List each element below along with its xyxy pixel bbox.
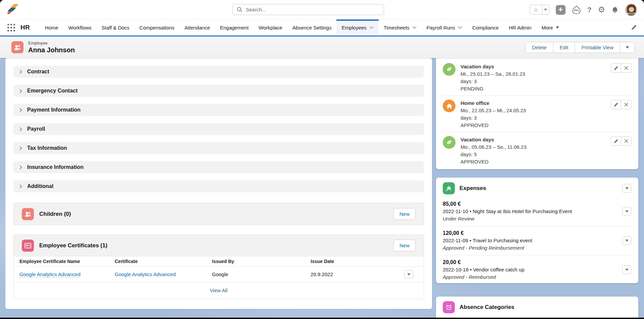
table-row: Google Analytics Advanced Google Analyti…	[14, 267, 424, 282]
tab-home[interactable]: Home	[40, 19, 63, 36]
record-detail-panel: Contract Emergency Contact Payment Infor…	[5, 58, 432, 309]
column-header[interactable]: Certificate	[115, 259, 212, 264]
tab-workplace[interactable]: Workplace	[254, 19, 287, 36]
edit-pencil-icon[interactable]	[611, 63, 621, 73]
absence-range: Mo., 22.05.23 – Mi., 24.05.23	[461, 107, 526, 114]
expense-row-caret-button[interactable]	[622, 207, 632, 216]
absence-entry: Vacation days Mo., 05.06.23 – So., 11.06…	[443, 132, 632, 169]
absence-days: days: 3	[461, 114, 526, 122]
help-icon[interactable]: ?	[587, 6, 592, 14]
alarm-clock-icon	[443, 301, 455, 313]
tab-engagement[interactable]: Engagement	[215, 19, 254, 36]
notifications-bell-icon[interactable]	[611, 6, 619, 13]
absence-status: APPROVED	[461, 122, 526, 129]
column-header[interactable]: Issue Date	[311, 259, 404, 264]
home-icon	[443, 100, 455, 112]
column-header[interactable]: Issued By	[212, 259, 311, 264]
company-logo-icon	[7, 3, 21, 17]
expenses-menu-caret-button[interactable]	[622, 184, 632, 193]
favorites-caret-icon[interactable]	[542, 5, 549, 15]
app-launcher-icon[interactable]	[7, 24, 15, 31]
edit-button[interactable]: Edit	[553, 42, 575, 53]
expenses-card-title: Expenses	[460, 185, 486, 192]
record-identity: Employee Anna Johnson	[28, 41, 75, 54]
children-new-button[interactable]: New	[393, 208, 416, 220]
children-related-list: Children (0) New	[13, 203, 424, 225]
chevron-down-icon[interactable]	[458, 26, 462, 29]
chevron-right-icon	[18, 127, 23, 131]
guidance-icon[interactable]	[572, 5, 581, 14]
expense-status: Approved - Pending Reimbursement	[443, 244, 622, 252]
expense-entries: 85,00 € 2022-11-10 • Night Stay at Ibis …	[443, 197, 632, 284]
setup-gear-icon[interactable]: ⚙	[598, 5, 605, 14]
section-insurance-information[interactable]: Insurance Information	[13, 161, 424, 173]
more-actions-caret-button[interactable]	[620, 42, 635, 53]
absence-status: PENDING	[461, 85, 525, 92]
absence-entry-actions	[611, 100, 632, 109]
chevron-down-icon[interactable]	[412, 26, 417, 29]
section-additional[interactable]: Additional	[13, 180, 424, 192]
delete-x-icon[interactable]	[621, 136, 632, 146]
absence-entry: Vacation days Mi., 25.01.23 – Sa., 28.01…	[443, 59, 632, 95]
delete-x-icon[interactable]	[621, 100, 632, 109]
view-all-link[interactable]: View All	[210, 288, 227, 293]
record-actions: Delete Edit Printable View	[525, 42, 635, 53]
tab-payroll-runs[interactable]: Payroll Runs	[422, 19, 467, 36]
absence-entry-actions	[611, 63, 632, 73]
column-header[interactable]: Employee Certificate Name	[19, 259, 115, 264]
tab-hr-admin[interactable]: HR Admin	[504, 19, 537, 36]
certificate-name-link[interactable]: Google Analytics Advanced	[19, 271, 80, 277]
children-card-title: Children (0)	[39, 211, 71, 217]
delete-x-icon[interactable]	[621, 63, 632, 73]
expenses-card: Expenses 85,00 € 2022-11-10 • Night Stay…	[436, 178, 638, 283]
expense-row-caret-button[interactable]	[622, 265, 632, 274]
edit-pencil-icon[interactable]	[611, 136, 621, 146]
search-input[interactable]	[246, 7, 380, 12]
section-emergency-contact[interactable]: Emergency Contact	[13, 85, 424, 97]
search-icon	[237, 7, 243, 12]
absence-days: days: 3	[461, 78, 525, 85]
user-avatar[interactable]	[625, 4, 637, 16]
tab-workflows[interactable]: Workflows	[63, 19, 97, 36]
entity-label: Employee	[28, 41, 75, 46]
app-window: ☆ + ? ⚙	[0, 0, 644, 318]
tab-attendance[interactable]: Attendance	[179, 19, 215, 36]
tab-absence-settings[interactable]: Absence Settings	[287, 19, 337, 36]
page-title: Anna Johnson	[28, 46, 75, 54]
certificate-icon	[22, 240, 34, 252]
absence-type: Home office	[461, 100, 526, 107]
tab-staff-docs[interactable]: Staff & Docs	[97, 19, 135, 36]
expense-entry: 85,00 € 2022-11-10 • Night Stay at Ibis …	[443, 197, 632, 226]
chevron-right-icon	[18, 184, 23, 189]
edit-pencil-icon[interactable]	[611, 100, 621, 109]
absence-type: Vacation days	[461, 136, 527, 143]
row-actions-caret-button[interactable]	[404, 270, 414, 278]
section-tax-information[interactable]: Tax Information	[13, 142, 424, 154]
global-search[interactable]	[232, 4, 384, 15]
section-payment-information[interactable]: Payment Information	[13, 104, 424, 116]
chevron-right-icon	[18, 165, 23, 170]
certificates-card-header: Employee Certificates (1) New	[14, 235, 424, 256]
tab-timesheets[interactable]: Timesheets	[379, 19, 422, 36]
absence-categories-header: Absence Categories	[443, 301, 632, 313]
tab-compensations[interactable]: Compensations	[135, 19, 179, 36]
expense-status: Approved - Reimbursed	[443, 273, 622, 281]
delete-button[interactable]: Delete	[525, 42, 553, 53]
edit-navigation-pencil-icon[interactable]	[631, 19, 637, 36]
chevron-down-icon[interactable]	[369, 26, 374, 29]
certificates-new-button[interactable]: New	[393, 240, 416, 251]
expenses-icon	[443, 182, 455, 194]
tab-more[interactable]: More	[536, 19, 564, 36]
section-payroll[interactable]: Payroll	[13, 123, 424, 135]
certificate-link[interactable]: Google Analytics Advanced	[115, 271, 176, 277]
children-icon	[22, 208, 34, 220]
printable-view-button[interactable]: Printable View	[575, 42, 620, 53]
tab-compliance[interactable]: Compliance	[467, 19, 504, 36]
quick-add-icon[interactable]: +	[556, 5, 566, 15]
tab-employees[interactable]: Employees	[336, 19, 378, 36]
section-contract[interactable]: Contract	[13, 66, 424, 78]
expense-description: 2022-11-10 • Night Stay at Ibis Hotel fo…	[443, 208, 622, 215]
expense-row-caret-button[interactable]	[622, 236, 632, 245]
issue-date-cell: 20.9.2022	[311, 271, 404, 277]
favorites-star-icon[interactable]: ☆	[530, 5, 542, 15]
